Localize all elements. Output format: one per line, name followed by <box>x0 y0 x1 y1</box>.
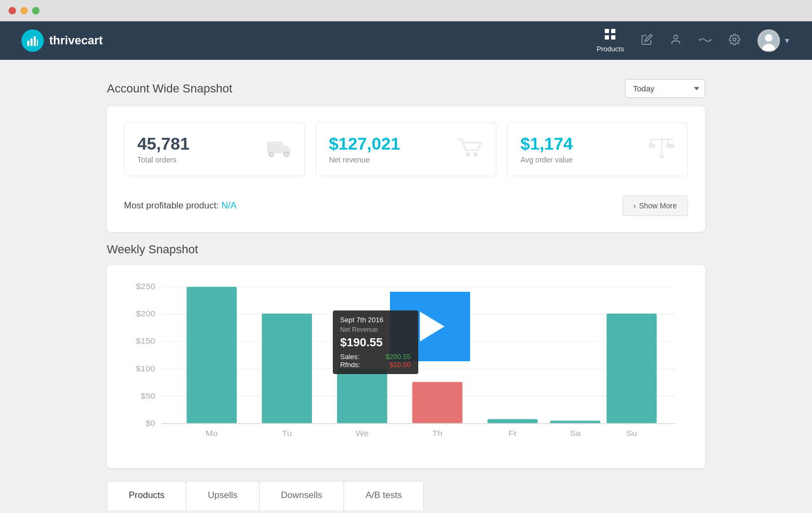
products-grid-icon <box>604 28 616 43</box>
avatar-dropdown-icon: ▼ <box>783 36 791 45</box>
cart-icon <box>457 136 483 162</box>
svg-point-25 <box>666 144 675 148</box>
traffic-light-green[interactable] <box>32 7 40 14</box>
brand[interactable]: thrivecart <box>21 29 103 52</box>
svg-rect-1 <box>30 38 33 46</box>
edit-icon <box>641 34 653 48</box>
stats-card: 45,781 Total orders $1 <box>107 106 705 232</box>
svg-rect-51 <box>606 314 657 424</box>
svg-text:Sa: Sa <box>570 429 581 438</box>
chart-tooltip: Sept 7th 2016 Net Revenue: $190.55 Sales… <box>333 310 418 374</box>
svg-point-21 <box>473 152 478 157</box>
svg-rect-49 <box>550 421 600 424</box>
navbar: thrivecart Products <box>0 21 812 60</box>
svg-text:Fr: Fr <box>509 429 517 438</box>
svg-text:$0: $0 <box>145 419 155 428</box>
scale-icon <box>649 135 675 164</box>
svg-text:Th: Th <box>432 429 442 438</box>
stat-value-avg: $1,174 <box>520 135 573 153</box>
profitable-value-link[interactable]: N/A <box>221 200 236 211</box>
svg-point-18 <box>270 153 272 156</box>
tab-downsells[interactable]: Downsells <box>260 481 344 510</box>
nav-item-edit[interactable] <box>641 34 653 48</box>
svg-point-9 <box>699 39 700 41</box>
svg-rect-3 <box>37 40 38 46</box>
profitable-row: Most profitable product: N/A › Show More <box>124 191 688 216</box>
tooltip-refunds-value: $10.00 <box>389 361 411 369</box>
user-avatar <box>758 29 780 52</box>
nav-items: Products <box>597 28 791 53</box>
svg-point-8 <box>674 35 677 38</box>
nav-item-settings[interactable] <box>729 34 740 48</box>
nav-item-affiliates[interactable] <box>699 34 712 48</box>
chevron-right-icon: › <box>634 201 636 210</box>
stat-value-orders: 45,781 <box>137 135 190 153</box>
svg-point-19 <box>285 153 287 156</box>
svg-rect-26 <box>660 156 664 158</box>
tab-abtests[interactable]: A/B tests <box>344 481 424 510</box>
svg-rect-2 <box>34 36 36 46</box>
weekly-section: Weekly Snapshot Sept 7th 2016 Net Revenu… <box>107 243 705 468</box>
svg-text:$150: $150 <box>136 337 155 345</box>
stat-label-avg: Avg order value <box>520 156 573 164</box>
svg-rect-43 <box>337 369 387 423</box>
stats-row: 45,781 Total orders $1 <box>124 122 688 176</box>
svg-text:We: We <box>356 429 369 438</box>
svg-text:Su: Su <box>626 429 637 438</box>
tab-upsells[interactable]: Upsells <box>186 481 260 510</box>
svg-text:$50: $50 <box>140 392 155 400</box>
tooltip-net-revenue-label: Net Revenue: <box>340 326 411 333</box>
settings-icon <box>729 34 740 48</box>
svg-rect-6 <box>605 35 609 40</box>
tooltip-date: Sept 7th 2016 <box>340 316 411 324</box>
profitable-text: Most profitable product: N/A <box>124 200 237 211</box>
traffic-light-yellow[interactable] <box>20 7 28 14</box>
stat-left-orders: 45,781 Total orders <box>137 135 190 164</box>
nav-item-users[interactable] <box>670 34 682 48</box>
tooltip-sales-value: $200.55 <box>386 353 411 361</box>
stat-value-revenue: $127,021 <box>329 135 400 153</box>
svg-text:$200: $200 <box>136 309 155 318</box>
brand-name: thrivecart <box>49 34 103 48</box>
nav-item-avatar[interactable]: ▼ <box>758 29 791 52</box>
svg-rect-45 <box>412 382 463 424</box>
bottom-tabs: Products Upsells Downsells A/B tests <box>107 481 705 510</box>
tooltip-refunds-row: Rfnds: $10.00 <box>340 361 411 369</box>
svg-text:Mo: Mo <box>206 429 218 438</box>
svg-rect-41 <box>262 314 312 424</box>
svg-point-11 <box>733 38 736 41</box>
tooltip-sales-row: Sales: $200.55 <box>340 353 411 361</box>
svg-rect-15 <box>267 142 283 153</box>
show-more-button[interactable]: › Show More <box>622 196 688 216</box>
svg-point-20 <box>466 152 470 157</box>
chart-card: Sept 7th 2016 Net Revenue: $190.55 Sales… <box>107 265 705 468</box>
tooltip-sales-label: Sales: <box>340 353 360 361</box>
snapshot-title: Account Wide Snapshot <box>107 82 232 96</box>
period-select[interactable]: Today Yesterday Last 7 days Last 30 days… <box>625 79 705 98</box>
svg-rect-5 <box>611 29 615 33</box>
stat-left-revenue: $127,021 Net revenue <box>329 135 400 164</box>
tab-products[interactable]: Products <box>107 481 186 510</box>
svg-point-10 <box>710 39 712 41</box>
brand-logo <box>21 29 44 52</box>
tooltip-net-revenue-value: $190.55 <box>340 336 411 349</box>
snapshot-header: Account Wide Snapshot Today Yesterday La… <box>107 79 705 98</box>
svg-rect-7 <box>611 35 615 40</box>
tooltip-refunds-label: Rfnds: <box>340 361 361 369</box>
play-icon <box>420 312 444 341</box>
svg-text:Tu: Tu <box>282 429 292 438</box>
nav-item-products[interactable]: Products <box>597 28 624 53</box>
svg-text:$100: $100 <box>136 364 155 372</box>
browser-chrome <box>0 0 812 21</box>
traffic-light-red[interactable] <box>9 7 16 14</box>
svg-rect-0 <box>27 41 29 46</box>
main-content: Account Wide Snapshot Today Yesterday La… <box>0 60 812 513</box>
svg-point-13 <box>765 34 772 42</box>
svg-rect-39 <box>186 287 237 424</box>
stat-label-revenue: Net revenue <box>329 156 400 164</box>
stat-box-net-revenue: $127,021 Net revenue <box>316 122 497 176</box>
svg-point-24 <box>649 144 655 148</box>
chart-area: Sept 7th 2016 Net Revenue: $190.55 Sales… <box>124 281 688 452</box>
svg-rect-4 <box>605 29 609 33</box>
user-icon <box>670 34 682 48</box>
